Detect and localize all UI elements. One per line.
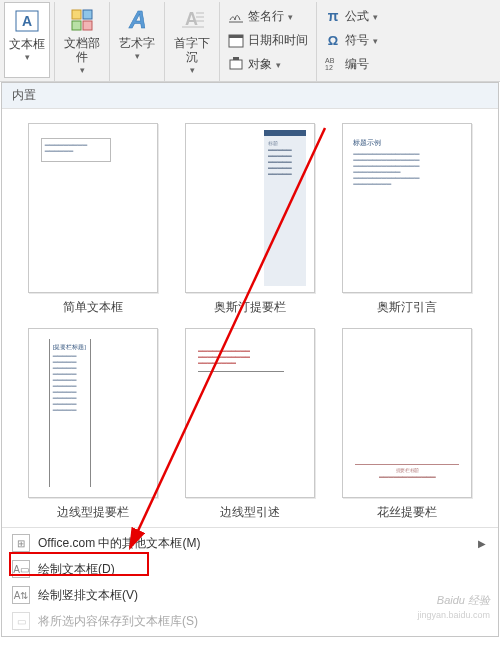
thumb-label: 奥斯汀引言 xyxy=(377,299,437,316)
ribbon-group-text: A 文本框 ▾ xyxy=(0,2,55,81)
ribbon-group-dropcap: A 首字下沉 ▾ xyxy=(165,2,220,81)
thumb-simple-textbox[interactable]: ▬▬▬▬▬▬▬▬▬▬▬▬▬▬▬ 简单文本框 xyxy=(20,123,165,316)
thumb-preview: ▬▬▬▬▬▬▬▬▬▬▬▬▬▬▬▬▬▬▬▬▬▬▬▬▬▬▬▬▬▬ xyxy=(185,328,315,498)
chevron-down-icon: ▾ xyxy=(373,12,378,22)
menu-label: 将所选内容保存到文本框库(S) xyxy=(38,613,198,630)
svg-text:A: A xyxy=(22,13,32,29)
ribbon-group-insert-misc: 签名行 ▾ 日期和时间 对象 ▾ xyxy=(220,2,317,81)
date-time-button[interactable]: 日期和时间 xyxy=(224,28,312,52)
save-selection-icon: ▭ xyxy=(12,612,30,630)
textbox-button[interactable]: A 文本框 ▾ xyxy=(4,2,50,78)
thumb-label: 花丝提要栏 xyxy=(377,504,437,521)
thumb-label: 奥斯汀提要栏 xyxy=(214,299,286,316)
menu-draw-textbox[interactable]: A▭ 绘制文本框(D) xyxy=(2,556,498,582)
svg-text:AB: AB xyxy=(325,57,335,64)
wordart-button[interactable]: A 艺术字 ▾ xyxy=(114,2,160,78)
svg-rect-3 xyxy=(83,10,92,19)
thumb-austin-quote[interactable]: 标题示例 ▬▬▬▬▬▬▬▬▬▬▬▬▬▬▬▬▬▬▬▬▬▬▬▬▬▬▬▬▬▬▬▬▬▬▬… xyxy=(335,123,480,316)
textbox-dropdown: 内置 ▬▬▬▬▬▬▬▬▬▬▬▬▬▬▬ 简单文本框 标题▬▬▬▬▬▬▬▬▬▬▬▬▬… xyxy=(1,82,499,637)
svg-rect-15 xyxy=(230,60,242,69)
thumb-preview: 提要栏标题▬▬▬▬▬▬▬▬▬▬▬▬ xyxy=(342,328,472,498)
chevron-right-icon: ▶ xyxy=(478,538,486,549)
chevron-down-icon: ▾ xyxy=(276,60,281,70)
quick-parts-button[interactable]: 文档部件 ▾ xyxy=(59,2,105,78)
gallery: ▬▬▬▬▬▬▬▬▬▬▬▬▬▬▬ 简单文本框 标题▬▬▬▬▬▬▬▬▬▬▬▬▬▬▬▬… xyxy=(2,109,498,527)
omega-icon: Ω xyxy=(325,32,341,48)
thumb-austin-sidebar[interactable]: 标题▬▬▬▬▬▬▬▬▬▬▬▬▬▬▬▬▬▬▬▬▬▬▬▬▬ 奥斯汀提要栏 xyxy=(177,123,322,316)
quick-parts-icon xyxy=(68,6,96,34)
dropcap-icon: A xyxy=(178,6,206,34)
quick-parts-label: 文档部件 xyxy=(59,36,105,64)
menu-label: 绘制文本框(D) xyxy=(38,561,115,578)
chevron-down-icon: ▾ xyxy=(373,36,378,46)
ribbon-group-parts: 文档部件 ▾ xyxy=(55,2,110,81)
section-header: 内置 xyxy=(2,83,498,109)
ribbon-group-symbols: π 公式 ▾ Ω 符号 ▾ AB12 编号 xyxy=(317,2,386,81)
symbol-button[interactable]: Ω 符号 ▾ xyxy=(321,28,382,52)
numbering-icon: AB12 xyxy=(325,56,341,72)
object-label: 对象 xyxy=(248,56,272,73)
thumb-sideline-quote[interactable]: ▬▬▬▬▬▬▬▬▬▬▬▬▬▬▬▬▬▬▬▬▬▬▬▬▬▬▬▬▬▬ 边线型引述 xyxy=(177,328,322,521)
menu-label: Office.com 中的其他文本框(M) xyxy=(38,535,200,552)
svg-text:A: A xyxy=(128,6,146,33)
wordart-icon: A xyxy=(123,6,151,34)
thumb-preview: [提要栏标题]▬▬▬▬▬▬▬▬▬▬▬▬▬▬▬▬▬▬▬▬▬▬▬▬▬▬▬▬▬▬▬▬▬… xyxy=(28,328,158,498)
thumb-preview: 标题▬▬▬▬▬▬▬▬▬▬▬▬▬▬▬▬▬▬▬▬▬▬▬▬▬ xyxy=(185,123,315,293)
signature-icon xyxy=(228,8,244,24)
equation-label: 公式 xyxy=(345,8,369,25)
thumb-sideline-sidebar[interactable]: [提要栏标题]▬▬▬▬▬▬▬▬▬▬▬▬▬▬▬▬▬▬▬▬▬▬▬▬▬▬▬▬▬▬▬▬▬… xyxy=(20,328,165,521)
svg-rect-5 xyxy=(83,21,92,30)
office-icon: ⊞ xyxy=(12,534,30,552)
thumb-label: 边线型提要栏 xyxy=(57,504,129,521)
signature-line-button[interactable]: 签名行 ▾ xyxy=(224,4,312,28)
svg-text:A: A xyxy=(185,9,198,29)
numbering-button[interactable]: AB12 编号 xyxy=(321,52,382,76)
chevron-down-icon: ▾ xyxy=(190,65,195,75)
textbox-label: 文本框 xyxy=(9,37,45,51)
thumb-preview: 标题示例 ▬▬▬▬▬▬▬▬▬▬▬▬▬▬▬▬▬▬▬▬▬▬▬▬▬▬▬▬▬▬▬▬▬▬▬… xyxy=(342,123,472,293)
numbering-label: 编号 xyxy=(345,56,369,73)
thumb-label: 简单文本框 xyxy=(63,299,123,316)
draw-textbox-icon: A▭ xyxy=(12,560,30,578)
menu-draw-vertical-textbox[interactable]: A⇅ 绘制竖排文本框(V) xyxy=(2,582,498,608)
thumb-label: 边线型引述 xyxy=(220,504,280,521)
chevron-down-icon: ▾ xyxy=(25,52,30,62)
chevron-down-icon: ▾ xyxy=(288,12,293,22)
dropcap-label: 首字下沉 xyxy=(169,36,215,64)
svg-text:12: 12 xyxy=(325,64,333,71)
thumb-preview: ▬▬▬▬▬▬▬▬▬▬▬▬▬▬▬ xyxy=(28,123,158,293)
pi-icon: π xyxy=(325,8,341,24)
thumb-filigree-sidebar[interactable]: 提要栏标题▬▬▬▬▬▬▬▬▬▬▬▬ 花丝提要栏 xyxy=(335,328,480,521)
svg-rect-16 xyxy=(233,57,239,60)
ribbon: A 文本框 ▾ 文档部件 ▾ A 艺术字 ▾ A 首字下沉 xyxy=(0,0,500,82)
svg-rect-4 xyxy=(72,21,81,30)
object-icon xyxy=(228,56,244,72)
wordart-label: 艺术字 xyxy=(119,36,155,50)
chevron-down-icon: ▾ xyxy=(80,65,85,75)
equation-button[interactable]: π 公式 ▾ xyxy=(321,4,382,28)
calendar-icon xyxy=(228,32,244,48)
draw-vertical-icon: A⇅ xyxy=(12,586,30,604)
object-button[interactable]: 对象 ▾ xyxy=(224,52,312,76)
ribbon-group-wordart: A 艺术字 ▾ xyxy=(110,2,165,81)
date-time-label: 日期和时间 xyxy=(248,32,308,49)
signature-label: 签名行 xyxy=(248,8,284,25)
chevron-down-icon: ▾ xyxy=(135,51,140,61)
dropcap-button[interactable]: A 首字下沉 ▾ xyxy=(169,2,215,78)
menu-label: 绘制竖排文本框(V) xyxy=(38,587,138,604)
watermark-sub: jingyan.baidu.com xyxy=(417,610,490,620)
watermark: Baidu 经验 xyxy=(437,593,490,608)
svg-rect-14 xyxy=(229,35,243,38)
menu-office-more[interactable]: ⊞ Office.com 中的其他文本框(M) ▶ xyxy=(2,530,498,556)
svg-rect-2 xyxy=(72,10,81,19)
textbox-icon: A xyxy=(13,7,41,35)
symbol-label: 符号 xyxy=(345,32,369,49)
